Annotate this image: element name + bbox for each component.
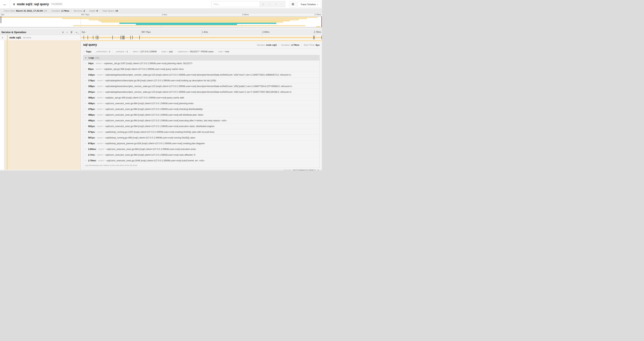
log-equals: =: [102, 154, 105, 156]
chevron-right-icon[interactable]: ›: [85, 159, 88, 162]
log-rows: ›34μs:event=‹sql/exec_util.go:2297 [nsql…: [83, 61, 320, 163]
log-marker-tick: [314, 36, 314, 39]
log-row[interactable]: ›2.7ms:event=‹sql/conn_executor_exec.go:…: [83, 152, 320, 158]
log-row[interactable]: ›502μs:event=‹sql/conn_executor_exec.go:…: [83, 123, 320, 129]
log-row[interactable]: ›201μs:event=‹sql/catalog/lease/descript…: [83, 89, 320, 95]
chevron-right-icon[interactable]: ›: [85, 74, 88, 76]
log-timestamp: 2.7ms:: [88, 154, 95, 156]
log-field-value: ‹sql/distsql_running.go:498 [nsql1,clien…: [105, 136, 196, 139]
log-row[interactable]: ›2.79ms:event=‹sql/conn_executor_exec.go…: [83, 158, 320, 163]
log-row[interactable]: ›2.69ms:event=‹sql/conn_executor_exec.go…: [83, 146, 320, 152]
log-field-value: ‹sql/catalog/lease/descriptor_version_st…: [105, 85, 292, 88]
detail-name-column: [4, 40, 81, 170]
collapse-all-icon[interactable]: ≫: [70, 31, 73, 34]
log-timestamp: 189μs:: [88, 85, 95, 88]
logs-header[interactable]: ∨ Logs (18): [83, 55, 320, 61]
chevron-up-icon[interactable]: ∧: [267, 3, 272, 6]
chevron-right-icon[interactable]: ›: [85, 79, 88, 82]
log-row[interactable]: ›495μs:event=‹sql/conn_executor_exec.go:…: [83, 118, 320, 123]
chevron-right-icon[interactable]: ›: [85, 125, 88, 127]
log-row[interactable]: ›366μs:event=‹sql/plan_opt.go:358 [nsql1…: [83, 95, 320, 100]
axis-tick-label: 0μs: [1, 14, 4, 16]
chevron-right-icon[interactable]: ›: [85, 131, 88, 133]
chevron-right-icon[interactable]: ›: [85, 62, 88, 65]
log-equals: =: [102, 85, 105, 87]
link-icon[interactable]: [317, 169, 319, 171]
minimap-left-scrubber[interactable]: [1, 17, 1, 23]
log-timestamp: 486μs:: [88, 114, 95, 116]
log-equals: =: [104, 159, 106, 161]
log-field-key: event: [97, 79, 102, 82]
log-timestamp: 476μs:: [88, 108, 95, 110]
summary-label: Duration: [52, 10, 60, 12]
log-row[interactable]: ›574μs:event=‹sql/distsql_running.go:142…: [83, 129, 320, 135]
span-detail-row: sql query Service: node sql1Duration: 2.…: [0, 40, 322, 170]
keyboard-shortcuts-button[interactable]: ⌘: [290, 1, 296, 8]
span-name-cell[interactable]: ∨ node sql1 sql query: [0, 35, 81, 40]
log-row[interactable]: ›80μs:event=‹sql/plan_opt.go:358 [nsql1,…: [83, 66, 320, 72]
minimap-right-scrubber[interactable]: [321, 17, 322, 27]
log-row[interactable]: ›476μs:event=‹sql/conn_executor_exec.go:…: [83, 106, 320, 112]
title-collapse-icon[interactable]: ∨: [13, 3, 15, 6]
chevron-right-icon[interactable]: ›: [85, 136, 88, 139]
minimap-span-band: [136, 24, 237, 25]
log-row[interactable]: ›142μs:event=‹sql/catalog/lease/descript…: [83, 72, 320, 78]
chevron-right-icon[interactable]: ›: [85, 96, 88, 99]
log-timestamp: 678μs:: [88, 142, 95, 145]
axis-tick-label: 2.09ms: [262, 31, 270, 33]
log-marker-tick: [124, 36, 124, 39]
tags-row[interactable]: › Tags: _unfinished=1_verbose=1client=12…: [83, 49, 320, 54]
log-row[interactable]: ›459μs:event=‹sql/conn_executor_exec.go:…: [83, 100, 320, 106]
focus-icon[interactable]: ◎: [261, 3, 265, 6]
log-field-key: event: [97, 114, 102, 116]
summary-item: Services2: [72, 10, 87, 12]
tag-item[interactable]: user=root: [216, 50, 231, 53]
chevron-right-icon[interactable]: ›: [85, 85, 88, 87]
chevron-right-icon[interactable]: ›: [85, 102, 88, 105]
log-row[interactable]: ›678μs:event=‹sql/distsql_physical_plann…: [83, 140, 320, 146]
log-timestamp: 201μs:: [88, 91, 95, 93]
chevron-down-icon[interactable]: ∨: [274, 3, 278, 6]
log-marker-tick: [97, 36, 98, 39]
chevron-right-icon[interactable]: ›: [85, 119, 88, 122]
view-selector-button[interactable]: Trace Timeline ∨: [298, 1, 321, 8]
tag-item[interactable]: _verbose=1: [113, 50, 130, 53]
axis-tick-label: 697.75μs: [81, 14, 90, 16]
log-field-key: event: [98, 159, 104, 162]
log-row[interactable]: ›597μs:event=‹sql/distsql_running.go:498…: [83, 135, 320, 140]
logs-title: Logs: [89, 57, 94, 59]
log-row[interactable]: ›176μs:event=‹sql/catalog/descs/descript…: [83, 78, 320, 83]
tag-item[interactable]: statement=SELECT * FROM users: [175, 50, 216, 53]
log-field-key: event: [97, 142, 102, 145]
trace-title: node sql1: sql query: [17, 2, 49, 6]
collapse-one-icon[interactable]: ∨: [62, 31, 64, 34]
column-resizer-handle[interactable]: ‖: [78, 33, 78, 35]
minimap-span-band: [120, 23, 276, 24]
expand-all-icon[interactable]: »: [76, 31, 77, 34]
log-equals: =: [101, 68, 104, 70]
chevron-right-icon[interactable]: ›: [85, 148, 88, 150]
chevron-right-icon[interactable]: ›: [85, 108, 88, 110]
expand-one-icon[interactable]: ›: [67, 31, 68, 34]
span-collapse-icon[interactable]: ∨: [0, 36, 5, 39]
tag-item[interactable]: client=127.0.0.1:59936: [130, 50, 159, 53]
chevron-right-icon[interactable]: ›: [85, 68, 88, 70]
log-row[interactable]: ›34μs:event=‹sql/exec_util.go:2297 [nsql…: [83, 61, 320, 66]
chevron-right-icon[interactable]: ›: [84, 51, 84, 53]
tag-item[interactable]: _unfinished=1: [93, 50, 113, 53]
log-field-value: ‹sql/distsql_physical_planner.go:828 [ns…: [105, 142, 205, 145]
find-input[interactable]: [212, 1, 260, 7]
chevron-right-icon[interactable]: ›: [85, 142, 88, 145]
chevron-right-icon[interactable]: ›: [85, 154, 88, 156]
span-id-row: SpanID: 4877749850101760812: [83, 168, 320, 171]
log-row[interactable]: ›189μs:event=‹sql/catalog/lease/descript…: [83, 83, 320, 89]
tag-key: _unfinished: [95, 50, 107, 53]
minimap-canvas[interactable]: [0, 16, 322, 27]
chevron-right-icon[interactable]: ›: [85, 114, 88, 116]
log-row[interactable]: ›486μs:event=‹sql/conn_executor_exec.go:…: [83, 112, 320, 118]
tag-item[interactable]: node=sql1: [159, 50, 175, 53]
close-icon[interactable]: ×: [280, 3, 284, 6]
log-timestamp: 502μs:: [88, 125, 95, 128]
chevron-right-icon[interactable]: ›: [85, 91, 88, 93]
back-button[interactable]: ←: [0, 0, 10, 8]
